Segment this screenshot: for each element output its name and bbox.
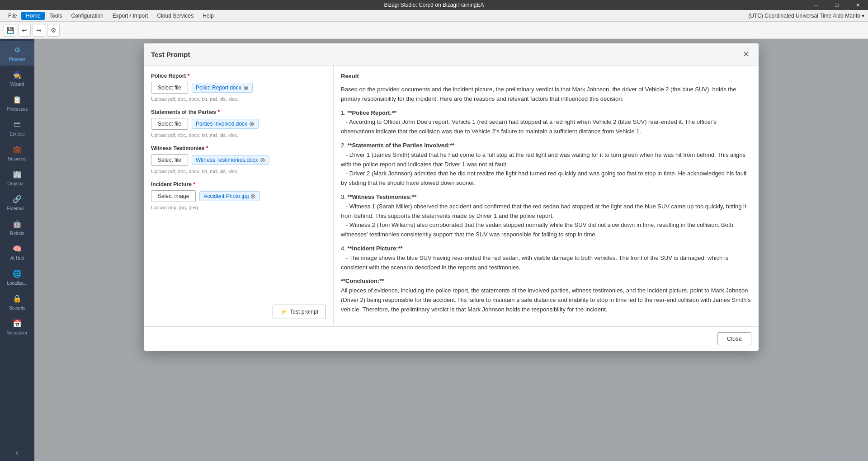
- result-paragraph-4: 4. **Incident Picture:** - The image sho…: [341, 244, 751, 272]
- title-bar: Bizagi Studio: Corp3 on BizagiTrainingEA…: [0, 0, 868, 10]
- sidebar-item-scheduler[interactable]: 📅 Scheduler: [0, 314, 34, 339]
- witness-select-button[interactable]: Select file: [151, 154, 188, 166]
- witness-file-badge: Witness Testimonies.docx ⊗: [192, 155, 269, 165]
- statements-group: Statements of the Parties * Select file …: [151, 109, 326, 138]
- menu-file[interactable]: File: [4, 12, 21, 20]
- statements-file-badge: Parties Involved.docx ⊗: [192, 119, 259, 129]
- witness-remove-button[interactable]: ⊗: [260, 157, 265, 163]
- robots-icon: 🤖: [12, 218, 23, 229]
- result-paragraph-3: 3. **Witness Testimonies:** - Witness 1 …: [341, 193, 751, 240]
- statements-file-row: Select file Parties Involved.docx ⊗: [151, 118, 326, 130]
- organization-icon: 🏢: [12, 169, 23, 179]
- sidebar-label-business: Business: [8, 156, 27, 161]
- incident-picture-group: Incident Picture * Select image Accident…: [151, 181, 326, 210]
- sidebar-collapse-button[interactable]: ‹: [0, 444, 34, 461]
- menu-export-import[interactable]: Export / Import: [108, 12, 153, 20]
- police-report-label: Police Report *: [151, 73, 326, 79]
- modal-footer-close-button[interactable]: Close: [717, 332, 751, 345]
- sidebar-item-external[interactable]: 🔗 External...: [0, 190, 34, 215]
- sidebar-label-processes: Processes: [7, 107, 28, 112]
- police-report-group: Police Report * Select file Police Repor…: [151, 73, 326, 102]
- wizard-icon: 🧙: [12, 69, 23, 80]
- sidebar-label-aihub: AI Hub: [10, 256, 24, 261]
- result-paragraph-1: 1. **Police Report:** - According to Off…: [341, 108, 751, 136]
- title-bar-text: Bizagi Studio: Corp3 on BizagiTrainingEA: [384, 2, 484, 8]
- result-title: Result: [341, 73, 751, 80]
- statements-hint: Upload pdf, doc, docx, txt, md, xls, xls…: [151, 132, 326, 138]
- menu-configuration[interactable]: Configuration: [66, 12, 108, 20]
- witness-file-row: Select file Witness Testimonies.docx ⊗: [151, 154, 326, 166]
- process-icon: ⚙: [12, 44, 23, 55]
- sidebar: ⚙ Process 🧙 Wizard 📋 Processes 🗃 Entitie…: [0, 39, 34, 461]
- modal-header: Test Prompt ✕: [144, 43, 759, 66]
- sidebar-item-security[interactable]: 🔒 Security: [0, 289, 34, 314]
- sidebar-label-robots: Robots: [10, 231, 24, 236]
- maximize-button[interactable]: □: [826, 0, 847, 10]
- police-report-select-button[interactable]: Select file: [151, 82, 188, 94]
- menu-home[interactable]: Home: [21, 12, 45, 20]
- toolbar: 💾 ↩ ↪ ⚙: [0, 22, 868, 39]
- undo-button[interactable]: ↩: [18, 24, 31, 37]
- police-report-remove-button[interactable]: ⊗: [243, 85, 249, 91]
- test-prompt-icon: ⚡: [280, 309, 287, 315]
- app-close-button[interactable]: ✕: [847, 0, 868, 10]
- save-button[interactable]: 💾: [4, 24, 16, 37]
- witness-group: Witness Testimonies * Select file Witnes…: [151, 145, 326, 174]
- sidebar-item-business[interactable]: 💼 Business: [0, 140, 34, 165]
- business-icon: 💼: [12, 144, 23, 155]
- test-prompt-label: Test prompt: [290, 309, 318, 315]
- sidebar-label-scheduler: Scheduler: [7, 330, 27, 335]
- statements-remove-button[interactable]: ⊗: [249, 121, 255, 127]
- sidebar-label-entities: Entities: [10, 132, 25, 136]
- minimize-button[interactable]: ─: [806, 0, 826, 10]
- menu-bar-right: (UTC) Coordinated Universal Time Aldo Ma…: [748, 13, 864, 19]
- incident-picture-remove-button[interactable]: ⊗: [250, 193, 256, 199]
- modal-body: Police Report * Select file Police Repor…: [144, 66, 759, 326]
- entities-icon: 🗃: [12, 119, 23, 130]
- result-paragraph-conclusion: **Conclusion:** All pieces of evidence, …: [341, 277, 751, 314]
- result-content[interactable]: Based on the provided documents and the …: [341, 85, 751, 319]
- modal-close-icon-button[interactable]: ✕: [741, 49, 751, 60]
- incident-picture-file-row: Select image Accident Photo.jpg ⊗: [151, 190, 326, 202]
- modal-overlay: Test Prompt ✕ Police Report * Select: [34, 39, 868, 461]
- menu-help[interactable]: Help: [198, 12, 218, 20]
- sidebar-item-processes[interactable]: 📋 Processes: [0, 90, 34, 115]
- sidebar-item-entities[interactable]: 🗃 Entities: [0, 115, 34, 140]
- menu-cloud-services[interactable]: Cloud Services: [152, 12, 198, 20]
- statements-label: Statements of the Parties *: [151, 109, 326, 115]
- sidebar-label-wizard: Wizard: [10, 82, 24, 87]
- sidebar-label-organization: Organiz...: [7, 181, 27, 186]
- statements-select-button[interactable]: Select file: [151, 118, 188, 130]
- police-report-hint: Upload pdf, doc, docx, txt, md, xls, xls…: [151, 96, 326, 102]
- sidebar-item-wizard[interactable]: 🧙 Wizard: [0, 66, 34, 90]
- sidebar-item-localization[interactable]: 🌐 Localiza...: [0, 264, 34, 289]
- incident-picture-label: Incident Picture *: [151, 181, 326, 188]
- scheduler-icon: 📅: [12, 318, 23, 329]
- left-panel-spacer: [151, 217, 326, 288]
- sidebar-label-localization: Localiza...: [7, 281, 27, 286]
- sidebar-item-robots[interactable]: 🤖 Robots: [0, 215, 34, 240]
- sidebar-label-process: Process: [9, 57, 25, 62]
- sidebar-item-aihub[interactable]: 🧠 AI Hub: [0, 240, 34, 264]
- witness-filename: Witness Testimonies.docx: [196, 157, 258, 163]
- sidebar-label-security: Security: [9, 306, 25, 310]
- modal-footer: Close: [144, 326, 759, 351]
- result-paragraph-2: 2. **Statements of the Parties Involved:…: [341, 141, 751, 188]
- sidebar-item-organization[interactable]: 🏢 Organiz...: [0, 165, 34, 190]
- modal-right-panel: Result Based on the provided documents a…: [334, 66, 759, 326]
- modal-left-panel: Police Report * Select file Police Repor…: [144, 66, 334, 326]
- modal-dialog: Test Prompt ✕ Police Report * Select: [144, 43, 759, 351]
- statements-filename: Parties Involved.docx: [196, 121, 247, 127]
- modal-title: Test Prompt: [151, 51, 190, 58]
- test-prompt-button[interactable]: ⚡ Test prompt: [273, 305, 326, 319]
- police-report-filename: Police Report.docx: [196, 85, 241, 91]
- incident-picture-select-button[interactable]: Select image: [151, 190, 196, 202]
- redo-button[interactable]: ↪: [33, 24, 45, 37]
- incident-picture-hint: Upload png, jpg, jpeg.: [151, 205, 326, 210]
- menu-bar: File Home Tools Configuration Export / I…: [0, 10, 868, 22]
- sidebar-label-external: External...: [7, 206, 27, 211]
- sidebar-item-process[interactable]: ⚙ Process: [0, 41, 34, 66]
- police-report-file-row: Select file Police Report.docx ⊗: [151, 82, 326, 94]
- menu-tools[interactable]: Tools: [45, 12, 66, 20]
- settings-button[interactable]: ⚙: [47, 24, 60, 37]
